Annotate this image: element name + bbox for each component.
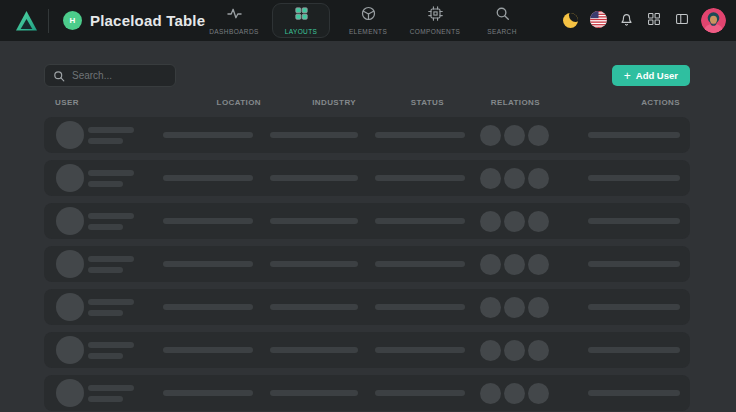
status-placeholder	[375, 218, 465, 224]
relations-placeholder	[480, 211, 549, 232]
table-row	[44, 160, 690, 196]
relation-circle-placeholder	[528, 340, 549, 361]
us-flag-icon	[590, 11, 607, 31]
user-subtitle-placeholder	[88, 181, 123, 187]
relations-placeholder	[480, 168, 549, 189]
relation-circle-placeholder	[480, 211, 501, 232]
relation-circle-placeholder	[528, 168, 549, 189]
table-body	[44, 117, 690, 411]
user-subtitle-placeholder	[88, 396, 123, 402]
industry-placeholder	[270, 132, 358, 138]
table-row	[44, 203, 690, 239]
relations-placeholder	[480, 297, 549, 318]
relation-circle-placeholder	[480, 254, 501, 275]
avatar-placeholder	[56, 293, 84, 321]
location-placeholder	[163, 261, 253, 267]
nav-item-label: COMPONENTS	[410, 28, 461, 35]
relation-circle-placeholder	[504, 211, 525, 232]
location-placeholder	[163, 304, 253, 310]
relations-placeholder	[480, 125, 549, 146]
industry-placeholder	[270, 261, 358, 267]
table-header: USER LOCATION INDUSTRY STATUS RELATIONS …	[44, 96, 690, 110]
column-header-user: USER	[55, 98, 79, 107]
status-placeholder	[375, 175, 465, 181]
table-row	[44, 375, 690, 411]
page-icon-badge: H	[63, 11, 82, 30]
relation-circle-placeholder	[480, 125, 501, 146]
navbar-divider	[48, 9, 49, 33]
user-name-placeholder	[88, 299, 134, 305]
bell-icon	[619, 12, 634, 30]
user-subtitle-placeholder	[88, 224, 123, 230]
relation-circle-placeholder	[528, 211, 549, 232]
actions-placeholder	[588, 218, 680, 224]
nav-item-layouts[interactable]: LAYOUTS	[272, 3, 330, 38]
nav-item-dashboards[interactable]: DASHBOARDS	[205, 3, 263, 38]
user-subtitle-placeholder	[88, 353, 123, 359]
industry-placeholder	[270, 304, 358, 310]
industry-placeholder	[270, 347, 358, 353]
toolbar: + Add User	[44, 64, 690, 87]
user-name-placeholder	[88, 213, 134, 219]
relation-circle-placeholder	[480, 340, 501, 361]
location-placeholder	[163, 218, 253, 224]
table-row	[44, 332, 690, 368]
nav-item-components[interactable]: COMPONENTS	[406, 3, 464, 38]
relation-circle-placeholder	[528, 297, 549, 318]
relation-circle-placeholder	[504, 254, 525, 275]
avatar-placeholder	[56, 250, 84, 278]
user-name-placeholder	[88, 127, 134, 133]
relation-circle-placeholder	[504, 125, 525, 146]
column-header-industry: INDUSTRY	[270, 98, 356, 107]
page-title: Placeload Table	[90, 12, 205, 29]
user-name-placeholder	[88, 385, 134, 391]
industry-placeholder	[270, 175, 358, 181]
column-header-location: LOCATION	[163, 98, 261, 107]
status-placeholder	[375, 132, 465, 138]
user-avatar[interactable]	[701, 8, 726, 33]
column-header-status: STATUS	[375, 98, 444, 107]
add-user-button[interactable]: + Add User	[612, 65, 690, 86]
main-content: + Add User USER LOCATION INDUSTRY STATUS…	[44, 64, 690, 411]
actions-placeholder	[588, 132, 680, 138]
user-name-placeholder	[88, 256, 134, 262]
nav-item-label: LAYOUTS	[285, 28, 318, 35]
notifications-button[interactable]	[617, 12, 635, 30]
dark-mode-toggle[interactable]	[561, 12, 579, 30]
user-name-placeholder	[88, 170, 134, 176]
avatar-placeholder	[56, 336, 84, 364]
app-logo[interactable]	[14, 8, 39, 33]
search-icon	[53, 70, 65, 82]
relations-placeholder	[480, 340, 549, 361]
relation-circle-placeholder	[480, 297, 501, 318]
relations-placeholder	[480, 254, 549, 275]
search-box	[44, 64, 176, 87]
user-name-placeholder	[88, 342, 134, 348]
add-user-label: Add User	[636, 70, 678, 81]
relation-circle-placeholder	[528, 254, 549, 275]
nav-item-elements[interactable]: ELEMENTS	[339, 3, 397, 38]
main-nav: DASHBOARDS LAYOUTS ELEMENTS	[205, 0, 531, 41]
relation-circle-placeholder	[504, 340, 525, 361]
relation-circle-placeholder	[480, 168, 501, 189]
nav-item-label: ELEMENTS	[349, 28, 387, 35]
sidebar-toggle[interactable]	[673, 12, 691, 30]
apps-button[interactable]	[645, 12, 663, 30]
status-placeholder	[375, 347, 465, 353]
avatar-placeholder	[56, 207, 84, 235]
status-placeholder	[375, 304, 465, 310]
relation-circle-placeholder	[504, 297, 525, 318]
actions-placeholder	[588, 304, 680, 310]
table-row	[44, 289, 690, 325]
user-subtitle-placeholder	[88, 138, 123, 144]
nav-item-search[interactable]: SEARCH	[473, 3, 531, 38]
actions-placeholder	[588, 390, 680, 396]
column-header-relations: RELATIONS	[480, 98, 540, 107]
relation-circle-placeholder	[504, 383, 525, 404]
grid-icon	[294, 6, 309, 25]
language-selector[interactable]	[589, 12, 607, 30]
table-row	[44, 117, 690, 153]
navbar-right	[561, 8, 726, 33]
nav-item-label: SEARCH	[487, 28, 517, 35]
relation-circle-placeholder	[480, 383, 501, 404]
